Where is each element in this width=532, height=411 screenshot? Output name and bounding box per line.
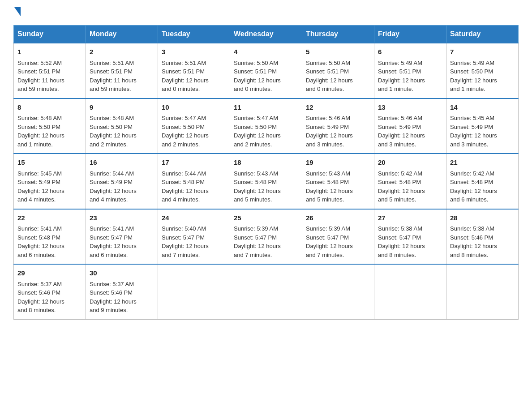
day-number: 14: [450, 103, 515, 113]
day-info: Sunrise: 5:48 AMSunset: 5:50 PMDaylight:…: [90, 115, 137, 148]
day-info: Sunrise: 5:47 AMSunset: 5:50 PMDaylight:…: [162, 115, 209, 148]
column-header-sunday: Sunday: [14, 26, 86, 43]
day-info: Sunrise: 5:48 AMSunset: 5:50 PMDaylight:…: [17, 115, 64, 148]
calendar-cell: 11Sunrise: 5:47 AMSunset: 5:50 PMDayligh…: [230, 98, 302, 154]
day-number: 25: [234, 213, 298, 223]
day-number: 21: [450, 158, 515, 168]
day-number: 27: [378, 213, 442, 223]
day-number: 20: [378, 158, 442, 168]
calendar-cell: 27Sunrise: 5:38 AMSunset: 5:47 PMDayligh…: [374, 209, 446, 265]
day-info: Sunrise: 5:50 AMSunset: 5:51 PMDaylight:…: [306, 60, 353, 93]
day-number: 29: [17, 268, 82, 278]
day-number: 23: [90, 213, 154, 223]
calendar-cell: 3Sunrise: 5:51 AMSunset: 5:51 PMDaylight…: [158, 43, 230, 98]
column-header-wednesday: Wednesday: [230, 26, 302, 43]
calendar-cell: 15Sunrise: 5:45 AMSunset: 5:49 PMDayligh…: [14, 154, 86, 209]
day-info: Sunrise: 5:37 AMSunset: 5:46 PMDaylight:…: [17, 281, 64, 314]
column-header-monday: Monday: [86, 26, 158, 43]
day-info: Sunrise: 5:39 AMSunset: 5:47 PMDaylight:…: [234, 225, 281, 258]
day-info: Sunrise: 5:42 AMSunset: 5:48 PMDaylight:…: [378, 170, 425, 203]
calendar-cell: 18Sunrise: 5:43 AMSunset: 5:48 PMDayligh…: [230, 154, 302, 209]
day-number: 5: [306, 47, 370, 57]
calendar-cell: 17Sunrise: 5:44 AMSunset: 5:48 PMDayligh…: [158, 154, 230, 209]
day-info: Sunrise: 5:39 AMSunset: 5:47 PMDaylight:…: [306, 225, 353, 258]
calendar-cell: 8Sunrise: 5:48 AMSunset: 5:50 PMDaylight…: [14, 98, 86, 154]
day-number: 7: [450, 47, 515, 57]
day-info: Sunrise: 5:41 AMSunset: 5:47 PMDaylight:…: [90, 225, 137, 258]
calendar-week-row: 8Sunrise: 5:48 AMSunset: 5:50 PMDaylight…: [14, 98, 519, 154]
day-number: 19: [306, 158, 370, 168]
calendar-cell: 21Sunrise: 5:42 AMSunset: 5:48 PMDayligh…: [446, 154, 519, 209]
calendar-cell: 6Sunrise: 5:49 AMSunset: 5:51 PMDaylight…: [374, 43, 446, 98]
day-info: Sunrise: 5:52 AMSunset: 5:51 PMDaylight:…: [17, 60, 64, 93]
calendar-week-row: 29Sunrise: 5:37 AMSunset: 5:46 PMDayligh…: [14, 264, 519, 319]
day-number: 30: [90, 268, 154, 278]
calendar-cell: 10Sunrise: 5:47 AMSunset: 5:50 PMDayligh…: [158, 98, 230, 154]
calendar-cell: 13Sunrise: 5:46 AMSunset: 5:49 PMDayligh…: [374, 98, 446, 154]
calendar-cell: [230, 264, 302, 319]
calendar-week-row: 15Sunrise: 5:45 AMSunset: 5:49 PMDayligh…: [14, 154, 519, 209]
day-number: 16: [90, 158, 154, 168]
logo: [13, 9, 21, 16]
calendar-week-row: 22Sunrise: 5:41 AMSunset: 5:48 PMDayligh…: [14, 209, 519, 265]
day-info: Sunrise: 5:41 AMSunset: 5:48 PMDaylight:…: [17, 225, 64, 258]
calendar-cell: 24Sunrise: 5:40 AMSunset: 5:47 PMDayligh…: [158, 209, 230, 265]
day-info: Sunrise: 5:46 AMSunset: 5:49 PMDaylight:…: [378, 115, 425, 148]
calendar-cell: 26Sunrise: 5:39 AMSunset: 5:47 PMDayligh…: [302, 209, 374, 265]
day-info: Sunrise: 5:49 AMSunset: 5:51 PMDaylight:…: [378, 60, 425, 93]
calendar-cell: 4Sunrise: 5:50 AMSunset: 5:51 PMDaylight…: [230, 43, 302, 98]
calendar-cell: 28Sunrise: 5:38 AMSunset: 5:46 PMDayligh…: [446, 209, 519, 265]
calendar-cell: 20Sunrise: 5:42 AMSunset: 5:48 PMDayligh…: [374, 154, 446, 209]
calendar-table: SundayMondayTuesdayWednesdayThursdayFrid…: [13, 25, 519, 320]
calendar-week-row: 1Sunrise: 5:52 AMSunset: 5:51 PMDaylight…: [14, 43, 519, 98]
calendar-cell: [374, 264, 446, 319]
day-info: Sunrise: 5:51 AMSunset: 5:51 PMDaylight:…: [162, 60, 209, 93]
calendar-cell: 14Sunrise: 5:45 AMSunset: 5:49 PMDayligh…: [446, 98, 519, 154]
calendar-cell: [302, 264, 374, 319]
calendar-cell: [158, 264, 230, 319]
calendar-cell: 12Sunrise: 5:46 AMSunset: 5:49 PMDayligh…: [302, 98, 374, 154]
day-number: 15: [17, 158, 82, 168]
day-number: 6: [378, 47, 442, 57]
day-number: 13: [378, 103, 442, 113]
day-number: 11: [234, 103, 298, 113]
column-header-thursday: Thursday: [302, 26, 374, 43]
page-header: [13, 9, 519, 16]
calendar-cell: 29Sunrise: 5:37 AMSunset: 5:46 PMDayligh…: [14, 264, 86, 319]
day-info: Sunrise: 5:46 AMSunset: 5:49 PMDaylight:…: [306, 115, 353, 148]
day-number: 8: [17, 103, 82, 113]
day-info: Sunrise: 5:40 AMSunset: 5:47 PMDaylight:…: [162, 225, 209, 258]
column-header-saturday: Saturday: [446, 26, 519, 43]
day-info: Sunrise: 5:43 AMSunset: 5:48 PMDaylight:…: [234, 170, 281, 203]
day-info: Sunrise: 5:42 AMSunset: 5:48 PMDaylight:…: [450, 170, 497, 203]
day-info: Sunrise: 5:51 AMSunset: 5:51 PMDaylight:…: [90, 60, 137, 93]
day-number: 9: [90, 103, 154, 113]
day-info: Sunrise: 5:38 AMSunset: 5:46 PMDaylight:…: [450, 225, 497, 258]
day-number: 17: [162, 158, 226, 168]
calendar-cell: 22Sunrise: 5:41 AMSunset: 5:48 PMDayligh…: [14, 209, 86, 265]
day-number: 26: [306, 213, 370, 223]
day-info: Sunrise: 5:37 AMSunset: 5:46 PMDaylight:…: [90, 281, 137, 314]
day-number: 18: [234, 158, 298, 168]
day-number: 3: [162, 47, 226, 57]
column-header-tuesday: Tuesday: [158, 26, 230, 43]
calendar-cell: 1Sunrise: 5:52 AMSunset: 5:51 PMDaylight…: [14, 43, 86, 98]
day-number: 2: [90, 47, 154, 57]
day-number: 1: [17, 47, 82, 57]
day-number: 4: [234, 47, 298, 57]
calendar-cell: 5Sunrise: 5:50 AMSunset: 5:51 PMDaylight…: [302, 43, 374, 98]
day-number: 22: [17, 213, 82, 223]
day-info: Sunrise: 5:44 AMSunset: 5:49 PMDaylight:…: [90, 170, 137, 203]
day-number: 24: [162, 213, 226, 223]
day-info: Sunrise: 5:47 AMSunset: 5:50 PMDaylight:…: [234, 115, 281, 148]
day-info: Sunrise: 5:44 AMSunset: 5:48 PMDaylight:…: [162, 170, 209, 203]
day-number: 10: [162, 103, 226, 113]
calendar-cell: 16Sunrise: 5:44 AMSunset: 5:49 PMDayligh…: [86, 154, 158, 209]
day-info: Sunrise: 5:49 AMSunset: 5:50 PMDaylight:…: [450, 60, 497, 93]
day-info: Sunrise: 5:50 AMSunset: 5:51 PMDaylight:…: [234, 60, 281, 93]
day-info: Sunrise: 5:38 AMSunset: 5:47 PMDaylight:…: [378, 225, 425, 258]
day-info: Sunrise: 5:43 AMSunset: 5:48 PMDaylight:…: [306, 170, 353, 203]
calendar-cell: 30Sunrise: 5:37 AMSunset: 5:46 PMDayligh…: [86, 264, 158, 319]
day-number: 12: [306, 103, 370, 113]
logo-triangle-icon: [14, 7, 21, 16]
